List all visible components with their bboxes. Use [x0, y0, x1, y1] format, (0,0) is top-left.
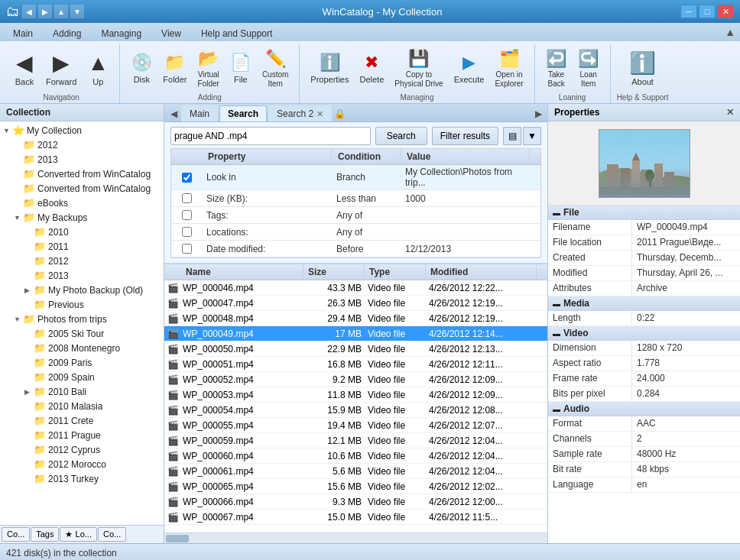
tab-managing-ribbon[interactable]: Managing: [91, 24, 151, 41]
delete-button[interactable]: ✖ Delete: [355, 50, 388, 88]
copy-physical-button[interactable]: 💾 Copy toPhysical Drive: [390, 46, 447, 92]
filter-row-1[interactable]: Size (KB): Less than 1000: [171, 190, 540, 207]
tree-toggle-my-backups[interactable]: ▼: [14, 214, 23, 222]
filter-row-4[interactable]: Date modified: Before 12/12/2013: [171, 241, 540, 257]
about-button[interactable]: ℹ️ About: [625, 47, 660, 91]
file-list-hscrollbar[interactable]: [164, 532, 547, 543]
tab-search2[interactable]: Search 2 ✕: [268, 105, 332, 121]
prop-section-audio[interactable]: ▬ Audio: [548, 402, 740, 416]
file-row[interactable]: 🎬 WP_000060.mp4 10.6 MB Video file 4/26/…: [164, 448, 547, 464]
tab-main[interactable]: Main: [181, 105, 218, 121]
back-qa-button[interactable]: ◀: [22, 5, 36, 18]
file-button[interactable]: 📄 File: [226, 50, 256, 88]
filter-row-3[interactable]: Locations: Any of: [171, 224, 540, 241]
tree-item-2010-bali[interactable]: ▶ 📁 2010 Bali: [23, 384, 162, 399]
execute-button[interactable]: ▶ Execute: [450, 50, 489, 88]
file-col-size-header[interactable]: Size: [303, 264, 365, 280]
tab-options-button[interactable]: 🔒: [333, 106, 346, 121]
tree-toggle-photos-from-trips[interactable]: ▼: [14, 316, 23, 323]
up-button[interactable]: ▲ Up: [83, 47, 113, 91]
tree-item-2011-crete[interactable]: 📁 2011 Crete: [23, 413, 162, 428]
filter-row-2[interactable]: Tags: Any of: [171, 207, 540, 224]
tree-toggle-my-collection[interactable]: ▼: [3, 127, 12, 134]
prop-section-file[interactable]: ▬ File: [548, 206, 740, 220]
virtual-folder-button[interactable]: 📂 VirtualFolder: [193, 46, 224, 92]
file-row[interactable]: 🎬 WP_000052.mp4 9.2 MB Video file 4/26/2…: [164, 372, 547, 387]
forward-button[interactable]: ▶ Forward: [41, 47, 81, 91]
loan-item-button[interactable]: ↪️ LoanItem: [573, 46, 604, 92]
tree-item-2012[interactable]: 📁 2012: [12, 138, 162, 152]
file-col-name-header[interactable]: Name: [181, 264, 303, 280]
tree-toggle-photo-backup[interactable]: ▶: [24, 286, 34, 294]
tree-item-2012-morocco[interactable]: 📁 2012 Morocco: [23, 457, 162, 471]
tree-item-converted1[interactable]: 📁 Converted from WinCatalog: [12, 167, 162, 181]
file-row[interactable]: 🎬 WP_000067.mp4 15.0 MB Video file 4/26/…: [164, 510, 547, 525]
tree-item-backups-2012[interactable]: 📁 2012: [23, 254, 162, 268]
tree-item-2009-spain[interactable]: 📁 2009 Spain: [23, 370, 162, 384]
file-row[interactable]: 🎬 WP_000059.mp4 12.1 MB Video file 4/26/…: [164, 433, 547, 448]
filter-row-0[interactable]: Look in Branch My Collection\Photos from…: [171, 165, 540, 190]
filter-check-4[interactable]: [171, 244, 202, 254]
prop-section-media[interactable]: ▬ Media: [548, 296, 740, 311]
tree-item-photo-backup[interactable]: ▶ 📁 My Photo Backup (Old): [23, 283, 162, 297]
tab-view-ribbon[interactable]: View: [151, 24, 191, 41]
tree-item-photos-from-trips[interactable]: ▼ 📁 Photos from trips: [12, 312, 162, 326]
filter-check-1[interactable]: [171, 193, 202, 203]
tree-item-2010-malasia[interactable]: 📁 2010 Malasia: [23, 399, 162, 413]
ribbon-collapse-button[interactable]: ▲: [720, 23, 740, 41]
take-back-button[interactable]: ↩️ TakeBack: [541, 46, 572, 92]
search-button[interactable]: Search: [375, 127, 427, 145]
collection-tree[interactable]: ▼ ⭐ My Collection 📁 2012 📁 2013 📁: [0, 121, 164, 525]
filter-check-2[interactable]: [171, 210, 202, 220]
view-btn-1[interactable]: ▤: [503, 127, 521, 145]
properties-close-button[interactable]: ✕: [726, 107, 734, 118]
maximize-button[interactable]: □: [699, 5, 716, 18]
file-row[interactable]: 🎬 WP_000066.mp4 9.3 MB Video file 4/26/2…: [164, 494, 547, 510]
footer-tab-co[interactable]: Co...: [2, 527, 30, 542]
file-col-type-header[interactable]: Type: [365, 264, 426, 280]
file-row[interactable]: 🎬 WP_000051.mp4 16.8 MB Video file 4/26/…: [164, 357, 547, 372]
file-row[interactable]: 🎬 WP_000054.mp4 15.9 MB Video file 4/26/…: [164, 403, 547, 418]
disk-button[interactable]: 💿 Disk: [126, 50, 157, 88]
file-row[interactable]: 🎬 WP_000047.mp4 26.3 MB Video file 4/26/…: [164, 296, 547, 311]
up-qa-button[interactable]: ▲: [54, 5, 68, 18]
tree-item-2012-cyprus[interactable]: 📁 2012 Cyprus: [23, 442, 162, 457]
filter-checkbox-4[interactable]: [182, 244, 192, 254]
tree-item-2013[interactable]: 📁 2013: [12, 152, 162, 167]
tree-item-backups-2011[interactable]: 📁 2011: [23, 239, 162, 254]
minimize-button[interactable]: ─: [680, 5, 697, 18]
custom-item-button[interactable]: ✏️ CustomItem: [258, 46, 293, 92]
back-button[interactable]: ◀ Back: [9, 47, 40, 91]
tree-item-backups-2010[interactable]: 📁 2010: [23, 225, 162, 239]
tree-item-my-collection[interactable]: ▼ ⭐ My Collection: [2, 123, 162, 138]
file-list[interactable]: 🎬 WP_000046.mp4 43.3 MB Video file 4/26/…: [164, 280, 547, 532]
file-row[interactable]: 🎬 WP_000049.mp4 17 MB Video file 4/26/20…: [164, 326, 547, 342]
file-row[interactable]: 🎬 WP_000061.mp4 5.6 MB Video file 4/26/2…: [164, 464, 547, 479]
tree-item-2008-montenegro[interactable]: 📁 2008 Montenegro: [23, 341, 162, 355]
open-explorer-button[interactable]: 🗂️ Open inExplorer: [490, 46, 527, 92]
file-row[interactable]: 🎬 WP_000053.mp4 11.8 MB Video file 4/26/…: [164, 387, 547, 403]
filter-results-button[interactable]: Filter results: [432, 127, 498, 145]
tree-item-2005-ski[interactable]: 📁 2005 Ski Tour: [23, 326, 162, 341]
filter-checkbox-2[interactable]: [182, 210, 192, 220]
tree-item-my-backups[interactable]: ▼ 📁 My Backups: [12, 210, 162, 225]
file-row[interactable]: 🎬 WP_000050.mp4 22.9 MB Video file 4/26/…: [164, 342, 547, 357]
search-input[interactable]: [170, 127, 371, 145]
tab-nav-forward-button[interactable]: ▶: [532, 106, 544, 121]
filter-checkbox-1[interactable]: [182, 193, 192, 203]
close-button[interactable]: ✕: [717, 5, 734, 18]
tree-item-2009-paris[interactable]: 📁 2009 Paris: [23, 355, 162, 370]
filter-check-0[interactable]: [171, 173, 202, 183]
filter-check-3[interactable]: [171, 227, 202, 237]
properties-button[interactable]: ℹ️ Properties: [306, 50, 353, 88]
file-row[interactable]: 🎬 WP_000046.mp4 43.3 MB Video file 4/26/…: [164, 280, 547, 296]
tree-item-2011-prague[interactable]: 📁 2011 Prague: [23, 428, 162, 442]
tree-item-ebooks[interactable]: 📁 eBooks: [12, 196, 162, 210]
tab-search[interactable]: Search: [219, 105, 267, 121]
tab-main-ribbon[interactable]: Main: [3, 24, 43, 41]
tab-nav-back-button[interactable]: ◀: [167, 106, 180, 121]
filter-checkbox-0[interactable]: [182, 173, 192, 183]
menu-qa-button[interactable]: ▼: [70, 5, 84, 18]
tab-help-ribbon[interactable]: Help and Support: [191, 24, 282, 41]
tab-adding-ribbon[interactable]: Adding: [43, 24, 91, 41]
